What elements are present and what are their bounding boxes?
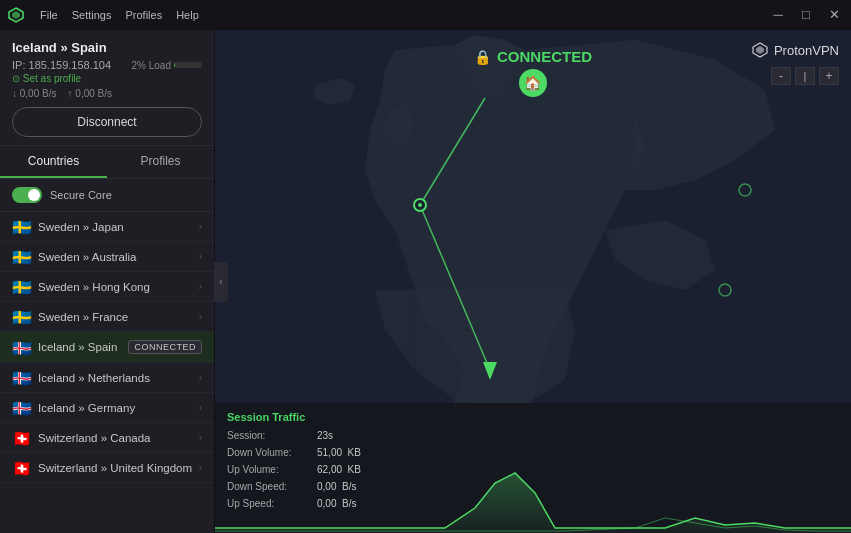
country-flag: 🇨🇭 [12, 461, 30, 474]
country-flag: 🇮🇸 [12, 401, 30, 414]
menu-settings[interactable]: Settings [72, 9, 112, 21]
traffic-title: Session Traffic [227, 411, 839, 423]
load-value: 2% Load [132, 60, 171, 71]
protonvpn-icon [752, 42, 768, 58]
chevron-icon: › [199, 311, 202, 322]
country-name: Sweden » France [38, 311, 199, 323]
connected-label: 🔒 CONNECTED [474, 48, 592, 65]
ip-label: IP: [12, 59, 25, 71]
country-name: Sweden » Hong Kong [38, 281, 199, 293]
connected-status: 🔒 CONNECTED 🏠 [474, 48, 592, 97]
country-item[interactable]: 🇸🇪Sweden » France› [0, 302, 214, 332]
session-traffic-panel: Session Traffic Session: Down Volume: Up… [215, 403, 851, 533]
connected-text: CONNECTED [497, 48, 592, 65]
country-list: 🇸🇪Sweden » Japan›🇸🇪Sweden » Australia›🇸🇪… [0, 212, 214, 533]
zoom-divider: | [795, 67, 815, 85]
titlebar-controls: ─ □ ✕ [769, 7, 843, 22]
country-item[interactable]: 🇨🇭Switzerland » United Kingdom› [0, 453, 214, 483]
speed-down: ↓ 0,00 B/s [12, 88, 56, 99]
label-session: Session: [227, 427, 317, 444]
titlebar: File Settings Profiles Help ─ □ ✕ [0, 0, 851, 30]
country-flag: 🇸🇪 [12, 310, 30, 323]
country-item[interactable]: 🇸🇪Sweden » Australia› [0, 242, 214, 272]
val-session: 23s [317, 427, 377, 444]
country-name: Iceland » Germany [38, 402, 199, 414]
country-item[interactable]: 🇨🇭Switzerland » Canada› [0, 423, 214, 453]
load-bar [174, 62, 202, 68]
country-flag: 🇮🇸 [12, 371, 30, 384]
traffic-chart [215, 463, 851, 533]
zoom-in-button[interactable]: + [819, 67, 839, 85]
proton-brand: ProtonVPN - | + [752, 42, 839, 85]
ip-value: 185.159.158.104 [29, 59, 112, 71]
country-name: Switzerland » Canada [38, 432, 199, 444]
titlebar-logo [8, 7, 24, 23]
country-name: Iceland » Spain [38, 341, 128, 353]
menu-profiles[interactable]: Profiles [125, 9, 162, 21]
home-node: 🏠 [519, 69, 547, 97]
chevron-icon: › [199, 251, 202, 262]
ip-address: IP: 185.159.158.104 [12, 59, 111, 71]
titlebar-menu: File Settings Profiles Help [40, 9, 199, 21]
brand-row: ProtonVPN [752, 42, 839, 58]
country-item[interactable]: 🇮🇸Iceland » Germany› [0, 393, 214, 423]
proton-controls: - | + [771, 67, 839, 85]
secure-core-row: Secure Core [0, 179, 214, 212]
label-down-vol: Down Volume: [227, 444, 317, 461]
country-flag: 🇮🇸 [12, 341, 30, 354]
country-flag: 🇸🇪 [12, 250, 30, 263]
maximize-button[interactable]: □ [797, 7, 815, 22]
load-bar-fill [174, 62, 175, 68]
chevron-icon: › [199, 462, 202, 473]
country-item[interactable]: 🇮🇸Iceland » Netherlands› [0, 363, 214, 393]
titlebar-left: File Settings Profiles Help [8, 7, 199, 23]
country-flag: 🇨🇭 [12, 431, 30, 444]
country-name: Iceland » Netherlands [38, 372, 199, 384]
secure-core-toggle[interactable] [12, 187, 42, 203]
sidebar-tabs: Countries Profiles [0, 146, 214, 179]
ip-row: IP: 185.159.158.104 2% Load [12, 59, 202, 71]
connected-badge: CONNECTED [128, 340, 202, 354]
country-name: Switzerland » United Kingdom [38, 462, 199, 474]
minimize-button[interactable]: ─ [769, 7, 787, 22]
chevron-icon: › [199, 372, 202, 383]
country-item[interactable]: 🇸🇪Sweden » Japan› [0, 212, 214, 242]
country-flag: 🇸🇪 [12, 220, 30, 233]
country-item[interactable]: 🇮🇸Iceland » SpainCONNECTED [0, 332, 214, 363]
chevron-icon: › [199, 432, 202, 443]
sidebar-collapse-button[interactable]: ‹ [214, 262, 228, 302]
sidebar: Iceland » Spain IP: 185.159.158.104 2% L… [0, 30, 215, 533]
secure-core-label: Secure Core [50, 189, 112, 201]
lock-icon: 🔒 [474, 49, 491, 65]
connection-info: Iceland » Spain IP: 185.159.158.104 2% L… [0, 30, 214, 146]
proton-logo-icon [8, 7, 24, 23]
close-button[interactable]: ✕ [825, 7, 843, 22]
zoom-out-button[interactable]: - [771, 67, 791, 85]
country-flag: 🇸🇪 [12, 280, 30, 293]
chevron-icon: › [199, 221, 202, 232]
chevron-icon: › [199, 402, 202, 413]
menu-help[interactable]: Help [176, 9, 199, 21]
svg-marker-1 [12, 11, 20, 19]
country-item[interactable]: 🇸🇪Sweden » Hong Kong› [0, 272, 214, 302]
tab-profiles[interactable]: Profiles [107, 146, 214, 178]
chevron-icon: › [199, 281, 202, 292]
country-name: Sweden » Australia [38, 251, 199, 263]
connection-route: Iceland » Spain [12, 40, 202, 55]
brand-name: ProtonVPN [774, 43, 839, 58]
speed-up: ↑ 0,00 B/s [68, 88, 112, 99]
country-name: Sweden » Japan [38, 221, 199, 233]
tab-countries[interactable]: Countries [0, 146, 107, 178]
val-down-vol: 51,00 KB [317, 444, 377, 461]
disconnect-button[interactable]: Disconnect [12, 107, 202, 137]
map-area: 🔒 CONNECTED 🏠 ProtonVPN - | + Session T [215, 30, 851, 533]
menu-file[interactable]: File [40, 9, 58, 21]
svg-marker-20 [756, 46, 764, 54]
main-layout: Iceland » Spain IP: 185.159.158.104 2% L… [0, 30, 851, 533]
load-info: 2% Load [132, 60, 202, 71]
speed-info: ↓ 0,00 B/s ↑ 0,00 B/s [12, 88, 202, 99]
set-profile[interactable]: ⊙ Set as profile [12, 73, 202, 84]
